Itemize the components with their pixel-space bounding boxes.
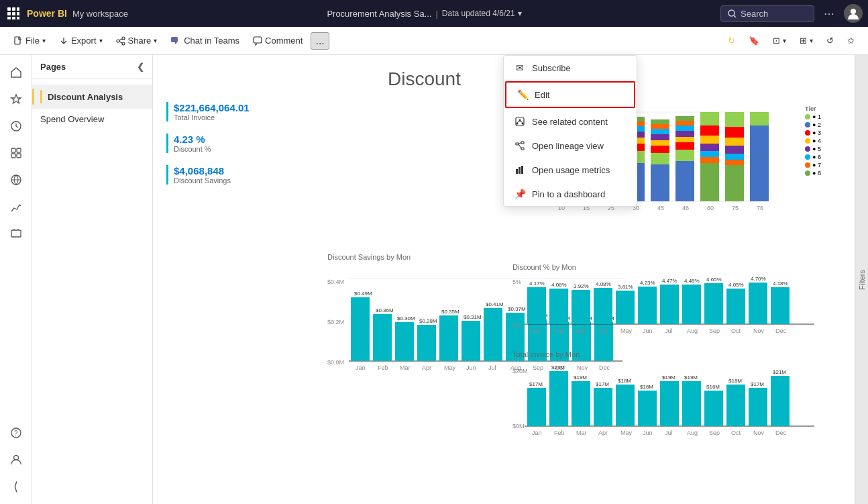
sidebar-browse-icon[interactable] bbox=[4, 221, 28, 246]
svg-text:May: May bbox=[620, 327, 633, 334]
legend-tier-1: ● 1 bbox=[805, 113, 821, 120]
svg-rect-86 bbox=[675, 116, 694, 121]
svg-text:Jan: Jan bbox=[356, 364, 366, 371]
refresh-button[interactable]: ↻ bbox=[722, 33, 741, 48]
kpi-total-invoice: $221,664,064.01 Total Invoice bbox=[166, 102, 250, 121]
more-dropdown-menu: ✉ Subscribe ✏️ Edit See related content … bbox=[503, 55, 637, 207]
collapse-sidebar-icon[interactable]: ⟨ bbox=[4, 474, 28, 499]
related-icon bbox=[514, 116, 525, 127]
svg-rect-12 bbox=[15, 37, 20, 44]
svg-text:$24M: $24M bbox=[551, 364, 565, 370]
pct-chart-svg: 5% 0% 4.17% Jan 4.06% Feb 3.92% Mar 4.08… bbox=[512, 274, 821, 354]
comment-button[interactable]: Comment bbox=[248, 33, 308, 48]
fit-button[interactable]: ⊞▾ bbox=[794, 33, 818, 48]
sidebar-favorite-icon[interactable] bbox=[4, 87, 28, 111]
svg-text:$20M: $20M bbox=[512, 368, 528, 374]
svg-rect-160 bbox=[572, 290, 590, 324]
sidebar-metrics-icon[interactable] bbox=[4, 195, 28, 219]
invoice-chart-container: Total Invoice by Mon $20M $0M $17M Jan $… bbox=[512, 350, 821, 468]
svg-line-10 bbox=[734, 15, 736, 17]
svg-rect-124 bbox=[417, 325, 436, 361]
page-item-discount[interactable]: Discount Analysis bbox=[32, 85, 152, 109]
svg-text:45: 45 bbox=[657, 205, 664, 211]
menu-item-see-related[interactable]: See related content bbox=[504, 109, 637, 134]
svg-point-230 bbox=[519, 119, 521, 121]
svg-rect-4 bbox=[12, 12, 15, 15]
svg-text:46: 46 bbox=[682, 205, 689, 211]
share-button[interactable]: Share ▾ bbox=[111, 33, 163, 48]
kpi-section: $221,664,064.01 Total Invoice 4.23 % Dis… bbox=[166, 102, 250, 185]
sidebar-apps-icon[interactable] bbox=[4, 141, 28, 165]
filters-panel[interactable]: Filters bbox=[855, 55, 868, 504]
fullscreen-button[interactable]: ✩ bbox=[842, 33, 860, 48]
sidebar-learn-icon[interactable]: ? bbox=[4, 421, 28, 445]
svg-rect-91 bbox=[700, 136, 719, 144]
svg-point-11 bbox=[851, 9, 856, 14]
svg-text:$19M: $19M bbox=[684, 374, 698, 381]
more-menu-button[interactable]: ... bbox=[311, 32, 329, 50]
sidebar-user-icon[interactable] bbox=[4, 448, 28, 472]
more-options-icon[interactable]: ⋯ bbox=[820, 4, 838, 23]
svg-text:$0.35M: $0.35M bbox=[441, 309, 459, 315]
svg-rect-76 bbox=[651, 124, 669, 129]
action-right: ↻ 🔖 ⊡▾ ⊞▾ ↺ ✩ bbox=[722, 33, 860, 48]
svg-text:0%: 0% bbox=[512, 322, 521, 329]
lineage-icon bbox=[514, 140, 525, 151]
workspace-link[interactable]: My workspace bbox=[72, 9, 128, 19]
bookmark-button[interactable]: 🔖 bbox=[743, 33, 765, 48]
reset-button[interactable]: ↺ bbox=[821, 33, 839, 48]
menu-item-subscribe[interactable]: ✉ Subscribe bbox=[504, 56, 637, 80]
kpi-discount-pct: 4.23 % Discount % bbox=[166, 134, 250, 153]
svg-text:Dec: Dec bbox=[775, 430, 787, 436]
svg-text:$0.36M: $0.36M bbox=[376, 307, 394, 313]
svg-rect-199 bbox=[572, 381, 590, 426]
data-updated[interactable]: Data updated 4/6/21 ▾ bbox=[442, 9, 522, 18]
svg-text:4.17%: 4.17% bbox=[529, 281, 545, 287]
tier-legend: Tier ● 1 ● 2 ● 3 ● 4 ● 5 ● 6 ● 7 ● 8 bbox=[805, 105, 821, 177]
svg-rect-107 bbox=[750, 112, 769, 125]
svg-rect-22 bbox=[17, 154, 21, 158]
menu-item-lineage[interactable]: Open lineage view bbox=[504, 134, 637, 158]
sidebar-home-icon[interactable] bbox=[4, 60, 28, 85]
actionbar: File ▾ Export ▾ Share ▾ Chat in Teams Co… bbox=[0, 27, 868, 55]
svg-text:4.70%: 4.70% bbox=[751, 276, 766, 282]
chat-teams-button[interactable]: Chat in Teams bbox=[165, 33, 245, 48]
svg-rect-196 bbox=[549, 371, 568, 426]
svg-rect-21 bbox=[11, 154, 15, 158]
svg-rect-75 bbox=[651, 129, 669, 134]
svg-text:Apr: Apr bbox=[422, 364, 431, 371]
svg-rect-83 bbox=[675, 131, 694, 137]
svg-point-9 bbox=[728, 10, 735, 16]
edit-icon: ✏️ bbox=[517, 89, 528, 100]
waffle-icon[interactable] bbox=[5, 5, 21, 21]
svg-rect-94 bbox=[700, 157, 719, 163]
page-item-spend[interactable]: Spend Overview bbox=[32, 109, 152, 130]
report-title: Discount bbox=[388, 68, 461, 90]
svg-text:$17M: $17M bbox=[751, 381, 764, 387]
sidebar-workspaces-icon[interactable] bbox=[4, 168, 28, 192]
svg-rect-237 bbox=[521, 148, 524, 150]
menu-item-edit[interactable]: ✏️ Edit bbox=[505, 81, 635, 108]
svg-rect-104 bbox=[725, 165, 744, 201]
svg-rect-17 bbox=[254, 37, 262, 43]
export-button[interactable]: Export ▾ bbox=[54, 33, 108, 48]
file-button[interactable]: File ▾ bbox=[8, 33, 51, 48]
menu-item-pin[interactable]: 📌 Pin to a dashboard bbox=[504, 182, 637, 206]
svg-rect-89 bbox=[700, 112, 719, 125]
user-avatar[interactable] bbox=[844, 4, 863, 23]
svg-text:$18M: $18M bbox=[728, 378, 742, 384]
svg-rect-121 bbox=[395, 322, 414, 361]
svg-rect-175 bbox=[682, 285, 701, 324]
svg-rect-71 bbox=[651, 153, 669, 164]
svg-rect-241 bbox=[519, 167, 521, 174]
menu-item-usage[interactable]: Open usage metrics bbox=[504, 158, 637, 182]
svg-rect-157 bbox=[549, 289, 568, 324]
svg-rect-217 bbox=[704, 391, 723, 426]
view-button[interactable]: ⊡▾ bbox=[767, 33, 792, 48]
svg-text:$0.0M: $0.0M bbox=[327, 359, 344, 366]
svg-text:Jun: Jun bbox=[643, 430, 653, 436]
collapse-pages-icon[interactable]: ❮ bbox=[137, 62, 144, 72]
sidebar-recent-icon[interactable] bbox=[4, 114, 28, 138]
search-box[interactable]: Search bbox=[720, 5, 814, 22]
svg-text:Jan: Jan bbox=[532, 430, 542, 436]
